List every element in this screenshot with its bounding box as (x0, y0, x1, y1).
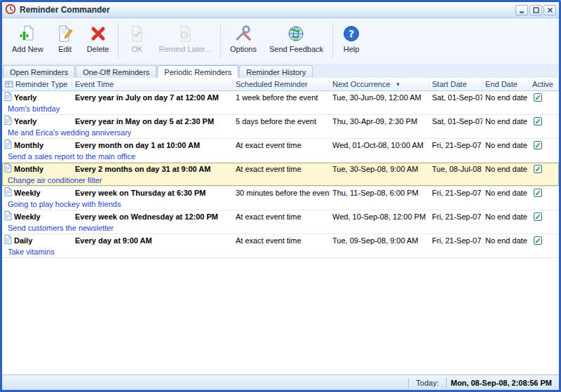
scheduled-reminder-cell: At exact event time (233, 141, 330, 149)
reminder-icon (4, 116, 12, 126)
reminder-description: Change air conditioner filter (2, 175, 559, 186)
remind-later-icon (176, 24, 194, 43)
reminder-type: Weekly (14, 189, 41, 197)
tab-reminder-history[interactable]: Reminder History (239, 65, 313, 78)
today-label: Today: (410, 379, 444, 387)
active-cell: ✓ (529, 141, 559, 149)
table-row[interactable]: MonthlyEvery 2 months on day 31 at 9:00 … (2, 163, 559, 187)
end-date-cell: No end date (482, 117, 529, 126)
status-bar: Today: Mon, 08-Sep-08, 2:08:56 PM (2, 374, 559, 390)
column-header-label: Active (532, 80, 553, 88)
reminder-commander-window: Reminder Commander Add NewEditDeleteOKRe… (0, 0, 561, 392)
start-date-cell: Fri, 21-Sep-07 (429, 141, 482, 149)
column-header-reminder-type[interactable]: Reminder Type (2, 78, 72, 90)
toolbar-button-ok: OK (122, 20, 151, 62)
active-checkbox[interactable]: ✓ (534, 236, 542, 245)
scheduled-reminder-cell: At exact event time (233, 165, 330, 173)
toolbar-separator (332, 23, 333, 59)
reminder-description: Send customers the newsletter (2, 222, 559, 234)
reminder-icon (4, 211, 12, 222)
active-checkbox[interactable]: ✓ (534, 165, 542, 173)
next-occurrence-cell: Tue, 30-Sep-08, 9:00 AM (330, 165, 429, 173)
reminder-type: Yearly (14, 117, 36, 126)
reminder-description: Take vitamins (2, 246, 559, 257)
reminder-main-row: WeeklyEvery week on Wednesday at 12:00 P… (2, 210, 559, 222)
reminder-type: Monthly (14, 141, 43, 149)
toolbar-button-label: Send Feedback (269, 45, 323, 53)
start-date-cell: Fri, 21-Sep-07 (429, 236, 482, 245)
active-checkbox[interactable]: ✓ (534, 93, 542, 102)
column-header-next-occurrence[interactable]: Next Occurrence▼ (330, 78, 429, 90)
column-header-active[interactable]: Active (529, 78, 559, 90)
reminder-type-cell: Weekly (2, 211, 72, 222)
scheduled-reminder-cell: At exact event time (233, 236, 330, 245)
reminder-description: Send a sales report to the main office (2, 151, 559, 162)
table-row[interactable]: DailyEvery day at 9:00 AMAt exact event … (2, 234, 559, 258)
toolbar-button-remind-later: Remind Later... (153, 20, 217, 62)
toolbar-button-options[interactable]: Options (224, 20, 262, 62)
column-header-label: End Date (485, 80, 518, 88)
column-header-end-date[interactable]: End Date (482, 78, 529, 90)
scheduled-reminder-cell: 5 days before the event (233, 117, 330, 126)
edit-icon (56, 24, 74, 43)
toolbar-button-send-feedback[interactable]: Send Feedback (264, 20, 329, 62)
toolbar-separator (220, 23, 221, 59)
column-header-start-date[interactable]: Start Date (429, 78, 482, 90)
toolbar-button-edit[interactable]: Edit (50, 20, 80, 62)
close-button[interactable] (543, 5, 556, 15)
titlebar[interactable]: Reminder Commander (2, 2, 559, 18)
reminder-type: Weekly (14, 212, 41, 221)
svg-text:?: ? (349, 28, 354, 39)
table-row[interactable]: MonthlyEvery month on day 1 at 10:00 AMA… (2, 139, 559, 163)
next-occurrence-cell: Tue, 30-Jun-09, 12:00 AM (330, 93, 429, 102)
reminder-main-row: MonthlyEvery 2 months on day 31 at 9:00 … (2, 163, 559, 175)
end-date-cell: No end date (482, 141, 529, 149)
active-checkbox[interactable]: ✓ (534, 212, 542, 221)
options-icon (234, 24, 252, 43)
start-date-cell: Fri, 21-Sep-07 (429, 189, 482, 197)
column-header-event-time[interactable]: Event Time (72, 78, 233, 90)
active-checkbox[interactable]: ✓ (534, 189, 542, 197)
reminder-main-row: WeeklyEvery week on Thursday at 6:30 PM3… (2, 187, 559, 198)
toolbar-button-delete[interactable]: Delete (81, 20, 115, 62)
statusbar-divider (446, 378, 447, 388)
column-header-scheduled-reminder[interactable]: Scheduled Reminder (233, 78, 330, 90)
reminder-description: Me and Erica's wedding anniversary (2, 127, 559, 138)
reminder-main-row: MonthlyEvery month on day 1 at 10:00 AMA… (2, 139, 559, 151)
tab-periodic-reminders[interactable]: Periodic Reminders (157, 65, 238, 78)
end-date-cell: No end date (482, 93, 529, 102)
scheduled-reminder-cell: 1 week before the event (233, 93, 330, 102)
toolbar-button-add-new[interactable]: Add New (6, 20, 49, 62)
active-checkbox[interactable]: ✓ (534, 117, 542, 126)
maximize-button[interactable] (529, 5, 542, 15)
grid-icon (5, 80, 13, 88)
reminder-icon (4, 163, 12, 174)
reminder-type: Yearly (14, 93, 36, 102)
add-new-icon (18, 24, 36, 43)
scheduled-reminder-cell: 30 minutes before the event (233, 189, 330, 197)
active-cell: ✓ (529, 117, 559, 126)
table-row[interactable]: WeeklyEvery week on Thursday at 6:30 PM3… (2, 187, 559, 210)
tab-one-off-reminders[interactable]: One-Off Reminders (76, 65, 156, 78)
end-date-cell: No end date (482, 189, 529, 197)
minimize-button[interactable] (515, 5, 528, 15)
reminder-main-row: DailyEvery day at 9:00 AMAt exact event … (2, 234, 559, 246)
toolbar-button-label: Delete (87, 45, 109, 53)
table-row[interactable]: YearlyEvery year in May on day 5 at 2:30… (2, 115, 559, 139)
tab-open-reminders[interactable]: Open Reminders (3, 65, 75, 78)
event-time-cell: Every year in May on day 5 at 2:30 PM (72, 117, 233, 126)
reminder-main-row: YearlyEvery year in May on day 5 at 2:30… (2, 115, 559, 127)
send-feedback-icon (287, 24, 305, 43)
active-checkbox[interactable]: ✓ (534, 141, 542, 149)
event-time-cell: Every day at 9:00 AM (72, 236, 233, 245)
event-time-cell: Every 2 months on day 31 at 9:00 AM (72, 165, 233, 173)
event-time-cell: Every year in July on day 7 at 12:00 AM (72, 93, 233, 102)
toolbar-button-help[interactable]: ?Help (337, 20, 366, 62)
toolbar-separator (118, 23, 119, 59)
next-occurrence-cell: Thu, 11-Sep-08, 6:00 PM (330, 189, 429, 197)
reminder-type-cell: Monthly (2, 163, 72, 174)
table-row[interactable]: WeeklyEvery week on Wednesday at 12:00 P… (2, 210, 559, 234)
reminder-icon (4, 187, 12, 198)
table-row[interactable]: YearlyEvery year in July on day 7 at 12:… (2, 91, 559, 115)
next-occurrence-cell: Tue, 09-Sep-08, 9:00 AM (330, 236, 429, 245)
